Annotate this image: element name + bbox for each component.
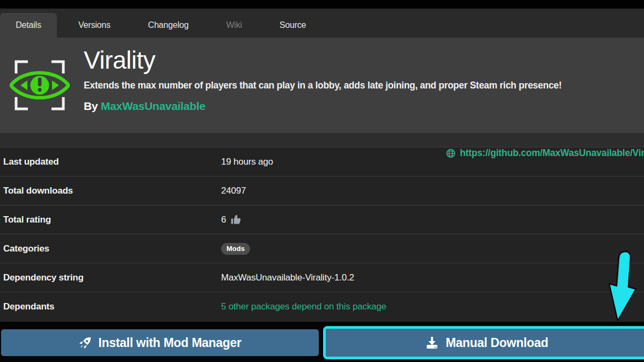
virality-eye-icon [10,55,70,115]
package-description: Extends the max number of players that c… [84,80,562,91]
row-value: 19 hours ago [221,157,273,167]
table-row-total-rating: Total rating 6 [0,205,644,234]
tab-wiki[interactable]: Wiki [210,13,258,38]
section-gap [0,133,644,147]
row-value: 24097 [221,186,246,196]
manual-download-button[interactable]: Manual Download [326,329,644,357]
row-label: Categories [0,243,221,254]
website-url: https://github.com/MaxWasUnavailable/Vir… [460,147,644,159]
manual-download-highlight-border: Manual Download [323,326,644,359]
dependants-link[interactable]: 5 other packages depend on this package [221,301,386,312]
package-meta-table: Last updated 19 hours ago Total download… [0,147,644,321]
byline: By MaxWasUnavailable [84,100,562,113]
row-value: MaxWasUnavailable-Virality-1.0.2 [221,272,354,283]
tab-source[interactable]: Source [264,13,323,38]
tab-details[interactable]: Details [0,13,57,38]
row-label: Dependants [0,301,221,312]
byline-prefix: By [84,100,98,112]
tab-versions[interactable]: Versions [62,13,127,38]
row-label: Total downloads [0,186,221,196]
package-title: Virality [84,45,562,76]
row-value: Mods [221,243,250,255]
table-row-total-downloads: Total downloads 24097 [0,176,644,205]
download-icon [425,336,439,350]
table-row-dependants: Dependants 5 other packages depend on th… [0,292,644,321]
eye-exclamation-icon [11,73,69,98]
top-letterbox-bar [0,0,644,9]
tab-changelog[interactable]: Changelog [132,13,205,38]
row-label: Total rating [0,215,221,225]
table-row-dependency-string: Dependency string MaxWasUnavailable-Vira… [0,263,644,292]
row-value: 6 [221,214,241,225]
download-button-label: Manual Download [445,336,548,350]
category-badge[interactable]: Mods [221,243,250,255]
row-value: 5 other packages depend on this package [221,301,386,312]
package-tabbar: Details Versions Changelog Wiki Source [0,9,644,38]
install-with-mod-manager-button[interactable]: Install with Mod Manager [1,329,319,356]
website-link[interactable]: https://github.com/MaxWasUnavailable/Vir… [446,147,644,159]
rating-count: 6 [221,215,226,225]
thumbs-up-icon[interactable] [230,214,241,225]
rocket-icon [78,336,92,350]
row-label: Dependency string [0,272,221,283]
package-header: Virality Extends the max number of playe… [0,38,644,133]
globe-icon [446,149,456,158]
author-link[interactable]: MaxWasUnavailable [101,100,206,112]
install-button-label: Install with Mod Manager [98,336,241,350]
action-bar: Install with Mod Manager Manual Download [0,322,644,362]
row-label: Last updated [0,157,221,167]
table-row-categories: Categories Mods [0,234,644,263]
